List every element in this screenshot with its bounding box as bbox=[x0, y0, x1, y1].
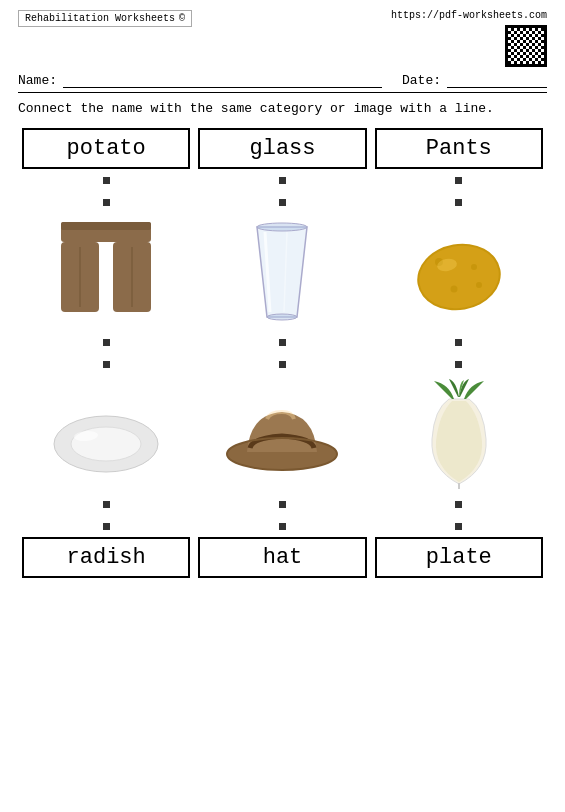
image-radish bbox=[371, 375, 547, 493]
dot-3b bbox=[371, 191, 547, 213]
dot-3d bbox=[371, 353, 547, 375]
word-box-potato: potato bbox=[22, 128, 190, 169]
image-potato bbox=[371, 213, 547, 331]
qr-code bbox=[505, 25, 547, 67]
svg-rect-3 bbox=[61, 222, 151, 230]
instruction-text: Connect the name with the same category … bbox=[18, 101, 547, 116]
dot-1c bbox=[18, 331, 194, 353]
name-label: Name: bbox=[18, 73, 57, 88]
image-hat bbox=[194, 375, 370, 493]
image-pants bbox=[18, 213, 194, 331]
dot-1e bbox=[18, 493, 194, 515]
word-box-pants: Pants bbox=[375, 128, 543, 169]
dot-2c bbox=[194, 331, 370, 353]
svg-point-13 bbox=[471, 264, 477, 270]
dot-1a bbox=[18, 169, 194, 191]
word-box-glass: glass bbox=[198, 128, 366, 169]
image-plate bbox=[18, 375, 194, 493]
brand-label: Rehabilitation Worksheets bbox=[25, 13, 175, 24]
copyright-symbol: © bbox=[179, 13, 185, 24]
website-url: https://pdf-worksheets.com bbox=[391, 10, 547, 21]
dot-2b bbox=[194, 191, 370, 213]
dot-2e bbox=[194, 493, 370, 515]
dot-3e bbox=[371, 493, 547, 515]
worksheet-grid: potato glass Pants bbox=[18, 128, 547, 578]
name-date-row: Name: Date: bbox=[18, 73, 547, 93]
dot-1f bbox=[18, 515, 194, 537]
dot-1b bbox=[18, 191, 194, 213]
dot-3f bbox=[371, 515, 547, 537]
brand-box: Rehabilitation Worksheets © bbox=[18, 10, 192, 27]
dot-3a bbox=[371, 169, 547, 191]
svg-point-7 bbox=[267, 314, 297, 320]
name-section: Name: bbox=[18, 73, 382, 88]
date-section: Date: bbox=[402, 73, 547, 88]
svg-point-15 bbox=[476, 282, 482, 288]
dot-3c bbox=[371, 331, 547, 353]
word-box-hat: hat bbox=[198, 537, 366, 578]
dot-2f bbox=[194, 515, 370, 537]
header-right: https://pdf-worksheets.com bbox=[391, 10, 547, 67]
page-header: Rehabilitation Worksheets © https://pdf-… bbox=[18, 10, 547, 67]
dot-2a bbox=[194, 169, 370, 191]
svg-point-6 bbox=[257, 223, 307, 231]
date-line bbox=[447, 74, 547, 88]
dot-1d bbox=[18, 353, 194, 375]
name-line bbox=[63, 74, 382, 88]
dot-2d bbox=[194, 353, 370, 375]
word-box-plate: plate bbox=[375, 537, 543, 578]
image-glass bbox=[194, 213, 370, 331]
svg-point-14 bbox=[450, 286, 457, 293]
svg-point-11 bbox=[414, 240, 504, 315]
word-box-radish: radish bbox=[22, 537, 190, 578]
date-label: Date: bbox=[402, 73, 441, 88]
